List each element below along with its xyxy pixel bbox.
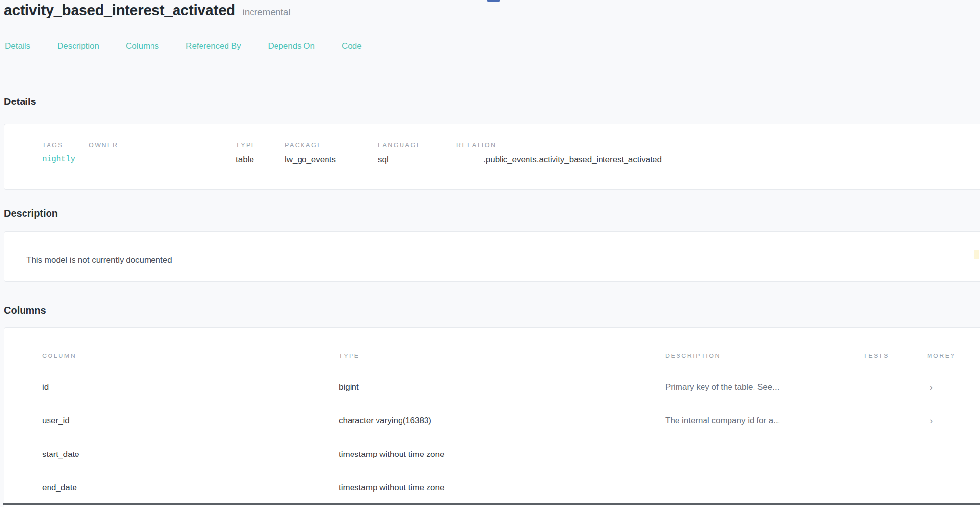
tab-depends-on[interactable]: Depends On bbox=[268, 41, 315, 51]
columns-header-more: MORE? bbox=[927, 353, 955, 359]
details-section-heading: Details bbox=[4, 96, 36, 107]
page-header: activity_based_interest_activated increm… bbox=[4, 2, 291, 19]
description-section-heading: Description bbox=[4, 208, 58, 219]
field-tags: TAGS nightly bbox=[42, 142, 75, 164]
tab-columns[interactable]: Columns bbox=[126, 41, 159, 51]
field-type: TYPE table bbox=[236, 142, 257, 165]
cell-column-type: timestamp without time zone bbox=[339, 450, 444, 459]
columns-header-tests: TESTS bbox=[863, 353, 889, 359]
columns-panel: COLUMN TYPE DESCRIPTION TESTS MORE? id b… bbox=[4, 327, 980, 507]
cell-column-description: The internal company id for a... bbox=[665, 416, 780, 426]
clipped-link-fragment bbox=[487, 0, 500, 2]
field-type-label: TYPE bbox=[236, 142, 257, 149]
description-text: This model is not currently documented bbox=[26, 255, 172, 265]
model-materialization-badge: incremental bbox=[242, 7, 290, 17]
columns-header-description: DESCRIPTION bbox=[665, 353, 721, 359]
cell-column-name: id bbox=[42, 382, 49, 392]
details-panel: TAGS nightly OWNER TYPE table PACKAGE lw… bbox=[4, 124, 980, 190]
field-language: LANGUAGE sql bbox=[378, 142, 422, 165]
field-language-value: sql bbox=[378, 155, 422, 165]
tab-code[interactable]: Code bbox=[342, 41, 362, 51]
field-owner-label: OWNER bbox=[89, 142, 118, 149]
cell-column-type: character varying(16383) bbox=[339, 416, 431, 426]
field-type-value: table bbox=[236, 155, 257, 165]
table-row[interactable]: id bigint Primary key of the table. See.… bbox=[4, 382, 980, 395]
field-package: PACKAGE lw_go_events bbox=[285, 142, 336, 165]
cell-column-name: user_id bbox=[42, 416, 70, 426]
table-row[interactable]: user_id character varying(16383) The int… bbox=[4, 416, 980, 429]
cell-column-name: start_date bbox=[42, 450, 79, 459]
columns-section-heading: Columns bbox=[4, 305, 46, 316]
window-bottom-edge bbox=[3, 503, 980, 505]
table-row[interactable]: start_date timestamp without time zone bbox=[4, 450, 980, 462]
tab-referenced-by[interactable]: Referenced By bbox=[186, 41, 241, 51]
description-panel: This model is not currently documented bbox=[4, 231, 980, 282]
cell-column-type: bigint bbox=[339, 382, 359, 392]
cell-column-name: end_date bbox=[42, 483, 77, 493]
chevron-right-icon[interactable]: › bbox=[930, 416, 933, 426]
field-language-label: LANGUAGE bbox=[378, 142, 422, 149]
tab-description[interactable]: Description bbox=[57, 41, 99, 51]
field-package-value: lw_go_events bbox=[285, 155, 336, 165]
field-owner: OWNER bbox=[89, 142, 118, 155]
cell-column-description: Primary key of the table. See... bbox=[665, 382, 779, 392]
header-divider bbox=[0, 69, 980, 69]
chevron-right-icon[interactable]: › bbox=[930, 382, 933, 393]
page-title: activity_based_interest_activated bbox=[4, 2, 235, 18]
tab-details[interactable]: Details bbox=[5, 41, 30, 51]
field-package-label: PACKAGE bbox=[285, 142, 336, 149]
tag-link-nightly[interactable]: nightly bbox=[42, 155, 75, 164]
section-nav: Details Description Columns Referenced B… bbox=[5, 41, 362, 51]
field-relation: RELATION .public_events.activity_based_i… bbox=[456, 142, 662, 165]
cell-column-type: timestamp without time zone bbox=[339, 483, 444, 493]
field-relation-label: RELATION bbox=[456, 142, 662, 149]
columns-header-column: COLUMN bbox=[42, 353, 76, 359]
clipped-edge-fragment bbox=[974, 250, 979, 259]
table-row[interactable]: end_date timestamp without time zone bbox=[4, 483, 980, 496]
columns-header-type: TYPE bbox=[339, 353, 360, 359]
field-tags-label: TAGS bbox=[42, 142, 75, 149]
field-relation-value: .public_events.activity_based_interest_a… bbox=[483, 155, 662, 165]
